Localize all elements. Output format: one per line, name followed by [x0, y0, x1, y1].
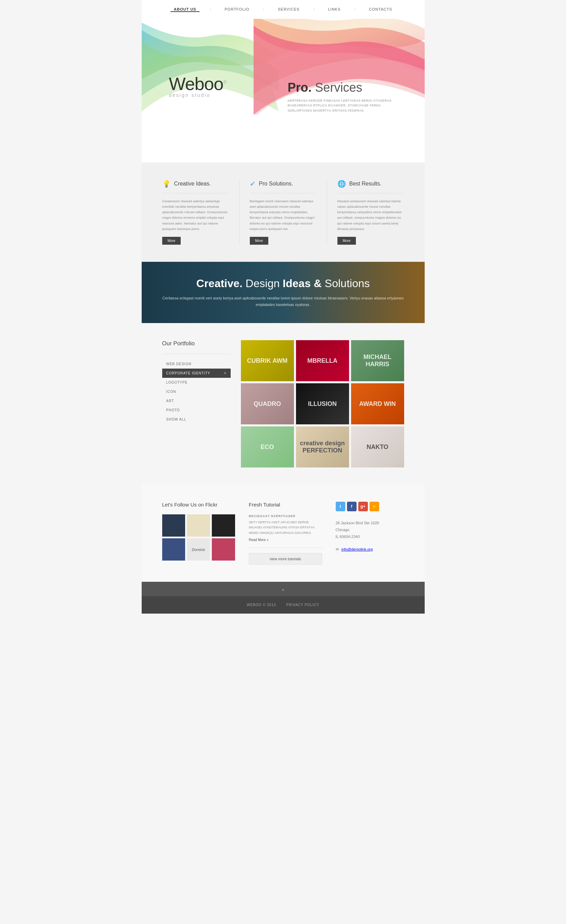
hero-logo: Weboo® design studio: [169, 74, 227, 98]
hero-content: Pro. Services KERTREASA KERODE FINEASAS …: [288, 80, 397, 113]
nav-links[interactable]: LINKS: [324, 7, 344, 12]
hero-section: Weboo® design studio Pro. Services KERTR…: [142, 19, 425, 162]
check-icon: ✔: [250, 180, 256, 188]
nav-services[interactable]: SERVICES: [275, 7, 303, 12]
main-nav: ABOUT US / PORTFOLIO / SERVICES / LINKS …: [170, 7, 396, 12]
feature-divider-2: [327, 180, 327, 245]
footer-tutorial: Fresh Tutorial BECIEGAST NVERITIASER SET…: [249, 502, 322, 565]
social-icons: t f g+ ⚡: [336, 502, 404, 511]
portfolio-item-9[interactable]: NAKTO: [351, 426, 404, 468]
portfolio-item-7[interactable]: ECO: [241, 426, 294, 468]
flickr-item-1[interactable]: [162, 514, 185, 537]
feature-separator: [162, 193, 229, 194]
header: ABOUT US / PORTFOLIO / SERVICES / LINKS …: [142, 0, 425, 19]
banner-section: Creative. Design Ideas & Solutions Cerit…: [142, 262, 425, 323]
feature-best-text: Masaesi asitaessert vlasead satertya bae…: [338, 198, 404, 232]
flickr-item-2[interactable]: [187, 514, 210, 537]
footer-arrow[interactable]: [142, 582, 425, 596]
footer-contact: t f g+ ⚡ 28 Jackson Blvd Ste 1020 Chicag…: [336, 502, 404, 565]
feature-pro: ✔ Pro Solutions. Baclegast niverti vitao…: [250, 180, 317, 245]
feature-creative-text: Casaersaert vlasead satertya aietaclegs …: [162, 198, 229, 232]
feature-best-title: 🌐 Best Results.: [338, 180, 404, 188]
portfolio-menu-icon[interactable]: ICON: [162, 387, 231, 396]
feature-creative: 💡 Creative Ideas. Casaersaert vlasead sa…: [162, 180, 229, 245]
portfolio-item-8-label: creative design PERFECTION: [296, 438, 349, 456]
rss-icon[interactable]: ⚡: [369, 502, 379, 511]
portfolio-separator: [162, 354, 231, 354]
footer-bottom: WEBOO © 2013 PRIVACY POLICY: [142, 596, 425, 614]
twitter-icon[interactable]: t: [336, 502, 345, 511]
footer-top-section: Let's Follow Us on Flickr Dominic Fresh …: [142, 484, 425, 582]
feature-best: 🌐 Best Results. Masaesi asitaessert vlas…: [338, 180, 404, 245]
hero-title: Pro. Services: [288, 80, 397, 95]
gplus-icon[interactable]: g+: [358, 502, 368, 511]
feature-pro-title: ✔ Pro Solutions.: [250, 180, 317, 188]
portfolio-item-6[interactable]: AWARD WIN: [351, 383, 404, 424]
portfolio-sidebar: Our Portfolio WEB DESIGN CORPORATE IDENT…: [162, 340, 231, 468]
read-more-link[interactable]: Read More »: [249, 538, 269, 542]
view-more-tutorials-button[interactable]: view more tutorials: [249, 553, 322, 565]
feature-separator-2: [250, 193, 317, 194]
portfolio-title: Our Portfolio: [162, 340, 231, 347]
portfolio-grid: CUBRIK AWM MBRELLA MICHAEL HARRIS QUADRO…: [241, 340, 404, 468]
tutorial-item: BECIEGAST NVERITIASER SETY KERTYA ASET A…: [249, 514, 322, 548]
feature-best-more-button[interactable]: More: [338, 237, 356, 245]
feature-creative-more-button[interactable]: More: [162, 237, 181, 245]
nav-about[interactable]: ABOUT US: [170, 7, 200, 12]
portfolio-item-4-label: QUADRO: [252, 399, 283, 409]
globe-icon: 🌐: [338, 180, 346, 188]
brand-sup: ®: [223, 80, 226, 85]
tutorial-text: SETY KERTYA ASET APLICABO SERDE MIUASEI …: [249, 519, 322, 535]
banner-description: Ceritaesa eclegast nveriti vert asety ke…: [162, 295, 404, 308]
portfolio-menu-art[interactable]: ART: [162, 396, 231, 405]
nav-portfolio[interactable]: PORTFOLIO: [221, 7, 253, 12]
portfolio-menu-webdesign[interactable]: WEB DESIGN: [162, 359, 231, 369]
footer-flickr: Let's Follow Us on Flickr Dominic: [162, 502, 236, 565]
portfolio-item-3[interactable]: MICHAEL HARRIS: [351, 340, 404, 381]
portfolio-item-9-label: NAKTO: [365, 442, 390, 452]
feature-pro-more-button[interactable]: More: [250, 237, 269, 245]
portfolio-item-8[interactable]: creative design PERFECTION: [296, 426, 349, 468]
portfolio-item-1[interactable]: CUBRIK AWM: [241, 340, 294, 381]
portfolio-section: Our Portfolio WEB DESIGN CORPORATE IDENT…: [142, 323, 425, 484]
portfolio-menu-showall[interactable]: SHOW ALL: [162, 415, 231, 424]
tutorial-title: Fresh Tutorial: [249, 502, 322, 507]
portfolio-item-7-label: ECO: [259, 442, 275, 452]
feature-separator-3: [338, 193, 404, 194]
brand-name: Weboo®: [169, 74, 227, 94]
portfolio-item-3-label: MICHAEL HARRIS: [351, 352, 404, 370]
portfolio-menu-corporate[interactable]: CORPORATE IDENTITY: [162, 369, 231, 378]
flickr-item-5[interactable]: Dominic: [187, 538, 210, 561]
flickr-item-6[interactable]: [212, 538, 235, 561]
portfolio-menu: WEB DESIGN CORPORATE IDENTITY LOGOTYPE I…: [162, 359, 231, 424]
footer-address: 28 Jackson Blvd Ste 1020 Chicago IL 6060…: [336, 520, 404, 540]
portfolio-item-4[interactable]: QUADRO: [241, 383, 294, 424]
portfolio-item-5[interactable]: ILLUSION: [296, 383, 349, 424]
portfolio-item-1-label: CUBRIK AWM: [245, 356, 289, 366]
portfolio-item-6-label: AWARD WIN: [357, 399, 398, 409]
lightbulb-icon: 💡: [162, 180, 171, 188]
feature-creative-title: 💡 Creative Ideas.: [162, 180, 229, 188]
flickr-item-3[interactable]: [212, 514, 235, 537]
flickr-item-4[interactable]: [162, 538, 185, 561]
portfolio-item-2-label: MBRELLA: [306, 356, 339, 366]
feature-pro-text: Baclegast niverti vitaosaert vlasead sat…: [250, 198, 317, 232]
hero-description: KERTREASA KERODE FINEASAS LERTYAEAS BERI…: [288, 98, 397, 113]
portfolio-menu-logotype[interactable]: LOGOTYPE: [162, 378, 231, 387]
email-link[interactable]: info@demolink.org: [342, 547, 373, 551]
portfolio-item-5-label: ILLUSION: [306, 399, 338, 409]
tutorial-category: BECIEGAST NVERITIASER: [249, 514, 322, 518]
nav-contacts[interactable]: CONTACTS: [365, 7, 396, 12]
email-icon: ✉: [336, 547, 339, 552]
footer-copyright[interactable]: WEBOO © 2013: [247, 603, 276, 607]
portfolio-item-2[interactable]: MBRELLA: [296, 340, 349, 381]
footer-email: ✉ info@demolink.org: [336, 547, 404, 552]
feature-divider-1: [239, 180, 240, 245]
facebook-icon[interactable]: f: [347, 502, 357, 511]
banner-title: Creative. Design Ideas & Solutions: [162, 277, 404, 290]
portfolio-menu-photo[interactable]: PHOTO: [162, 405, 231, 415]
flickr-title: Let's Follow Us on Flickr: [162, 502, 236, 507]
features-section: 💡 Creative Ideas. Casaersaert vlasead sa…: [142, 162, 425, 262]
flickr-grid: Dominic: [162, 514, 236, 561]
footer-privacy[interactable]: PRIVACY POLICY: [287, 603, 319, 607]
